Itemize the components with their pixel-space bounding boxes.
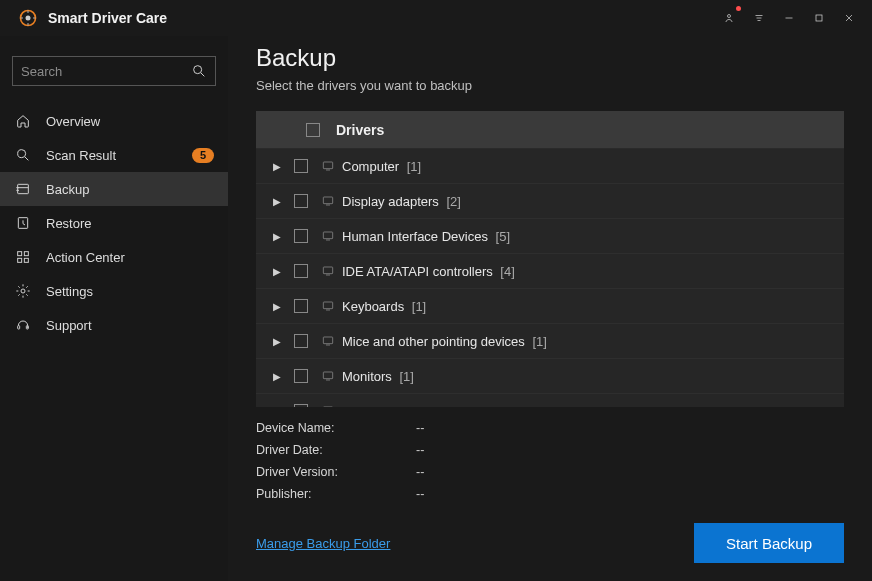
details-panel: Device Name: --Driver Date: --Driver Ver… <box>256 407 844 511</box>
svg-point-2 <box>728 15 731 18</box>
sidebar-item-label: Action Center <box>46 250 214 265</box>
svg-rect-11 <box>24 258 28 262</box>
sidebar-item-label: Backup <box>46 182 214 197</box>
detail-label: Driver Date: <box>256 439 416 461</box>
driver-category-row[interactable]: ▶ Mice and other pointing devices [1] <box>256 324 844 359</box>
svg-rect-10 <box>18 258 22 262</box>
svg-rect-17 <box>323 232 332 239</box>
driver-category-row[interactable]: ▶ Network adapters [3] <box>256 394 844 407</box>
page-title: Backup <box>256 44 844 72</box>
expand-icon[interactable]: ▶ <box>266 266 288 277</box>
sidebar-item-label: Overview <box>46 114 214 129</box>
driver-list[interactable]: ▶ Computer [1]▶ Display adapters [2]▶ Hu… <box>256 149 844 407</box>
driver-checkbox[interactable] <box>294 264 308 278</box>
restore-icon <box>14 214 32 232</box>
sidebar-item-action-center[interactable]: Action Center <box>0 240 228 274</box>
menu-button[interactable] <box>744 3 774 33</box>
sidebar-item-overview[interactable]: Overview <box>0 104 228 138</box>
detail-value: -- <box>416 417 424 439</box>
device-type-icon <box>314 193 342 209</box>
minimize-button[interactable] <box>774 3 804 33</box>
sidebar: Overview Scan Result 5 Backup Restore Ac… <box>0 36 228 581</box>
search-input[interactable] <box>21 64 191 79</box>
device-type-icon <box>314 263 342 279</box>
svg-rect-8 <box>18 252 22 256</box>
driver-list-header: Drivers <box>256 111 844 149</box>
driver-category-count: [1] <box>396 369 414 384</box>
expand-icon[interactable]: ▶ <box>266 371 288 382</box>
detail-row: Driver Date: -- <box>256 439 844 461</box>
driver-checkbox[interactable] <box>294 299 308 313</box>
page-subtitle: Select the drivers you want to backup <box>256 78 844 93</box>
driver-category-name: Mice and other pointing devices <box>342 334 525 349</box>
driver-category-count: [1] <box>408 299 426 314</box>
sidebar-item-label: Settings <box>46 284 214 299</box>
expand-icon[interactable]: ▶ <box>266 336 288 347</box>
sidebar-item-restore[interactable]: Restore <box>0 206 228 240</box>
device-type-icon <box>314 228 342 244</box>
sidebar-item-scan-result[interactable]: Scan Result 5 <box>0 138 228 172</box>
driver-category-count: [4] <box>497 264 515 279</box>
svg-rect-3 <box>816 15 822 21</box>
svg-rect-6 <box>18 184 29 193</box>
expand-icon[interactable]: ▶ <box>266 196 288 207</box>
driver-category-name: Display adapters <box>342 194 439 209</box>
detail-row: Driver Version: -- <box>256 461 844 483</box>
nav-list: Overview Scan Result 5 Backup Restore Ac… <box>0 104 228 342</box>
app-window: Smart Driver Care Overview <box>0 0 872 581</box>
svg-point-12 <box>21 289 25 293</box>
headset-icon <box>14 316 32 334</box>
device-type-icon <box>314 158 342 174</box>
start-backup-button[interactable]: Start Backup <box>694 523 844 563</box>
driver-category-row[interactable]: ▶ Keyboards [1] <box>256 289 844 324</box>
driver-category-row[interactable]: ▶ Monitors [1] <box>256 359 844 394</box>
driver-category-name: Keyboards <box>342 299 404 314</box>
detail-label: Publisher: <box>256 483 416 505</box>
home-icon <box>14 112 32 130</box>
sidebar-item-settings[interactable]: Settings <box>0 274 228 308</box>
sidebar-item-label: Restore <box>46 216 214 231</box>
driver-category-name: Monitors <box>342 369 392 384</box>
close-button[interactable] <box>834 3 864 33</box>
driver-category-row[interactable]: ▶ Display adapters [2] <box>256 184 844 219</box>
detail-row: Publisher: -- <box>256 483 844 505</box>
driver-category-count: [1] <box>403 159 421 174</box>
footer: Manage Backup Folder Start Backup <box>228 511 872 581</box>
driver-checkbox[interactable] <box>294 194 308 208</box>
driver-category-row[interactable]: ▶ IDE ATA/ATAPI controllers [4] <box>256 254 844 289</box>
expand-icon[interactable]: ▶ <box>266 161 288 172</box>
account-button[interactable] <box>714 3 744 33</box>
select-all-checkbox[interactable] <box>306 123 320 137</box>
manage-backup-folder-link[interactable]: Manage Backup Folder <box>256 536 390 551</box>
driver-category-name: Human Interface Devices <box>342 229 488 244</box>
driver-checkbox[interactable] <box>294 229 308 243</box>
driver-category-name: Computer <box>342 159 399 174</box>
detail-value: -- <box>416 461 424 483</box>
detail-value: -- <box>416 439 424 461</box>
expand-icon[interactable]: ▶ <box>266 231 288 242</box>
svg-rect-13 <box>18 326 20 329</box>
driver-category-name: IDE ATA/ATAPI controllers <box>342 264 493 279</box>
maximize-button[interactable] <box>804 3 834 33</box>
driver-checkbox[interactable] <box>294 369 308 383</box>
expand-icon[interactable]: ▶ <box>266 301 288 312</box>
device-type-icon <box>314 333 342 349</box>
detail-label: Device Name: <box>256 417 416 439</box>
sidebar-item-backup[interactable]: Backup <box>0 172 228 206</box>
driver-checkbox[interactable] <box>294 159 308 173</box>
driver-checkbox[interactable] <box>294 334 308 348</box>
grid-icon <box>14 248 32 266</box>
sidebar-item-label: Scan Result <box>46 148 192 163</box>
device-type-icon <box>314 298 342 314</box>
svg-rect-18 <box>323 267 332 274</box>
main-panel: Backup Select the drivers you want to ba… <box>228 36 872 581</box>
detail-row: Device Name: -- <box>256 417 844 439</box>
search-box[interactable] <box>12 56 216 86</box>
svg-rect-15 <box>323 162 332 169</box>
driver-category-count: [1] <box>529 334 547 349</box>
search-icon <box>191 63 207 79</box>
driver-category-row[interactable]: ▶ Computer [1] <box>256 149 844 184</box>
driver-category-row[interactable]: ▶ Human Interface Devices [5] <box>256 219 844 254</box>
svg-rect-9 <box>24 252 28 256</box>
sidebar-item-support[interactable]: Support <box>0 308 228 342</box>
